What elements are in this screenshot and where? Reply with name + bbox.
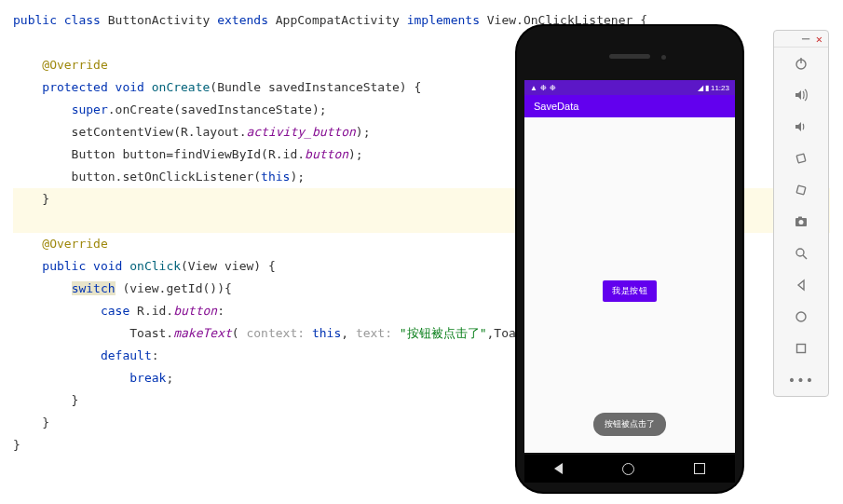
power-button[interactable] bbox=[774, 48, 828, 79]
camera-icon bbox=[794, 214, 809, 229]
square-icon bbox=[794, 341, 809, 356]
rotate-right-icon bbox=[794, 183, 809, 198]
phone-sensor-icon bbox=[661, 55, 666, 60]
svg-point-7 bbox=[796, 249, 804, 256]
app-body: 我是按钮 按钮被点击了 bbox=[524, 117, 735, 453]
back-triangle-icon bbox=[794, 278, 809, 293]
emulator-toolbar: − ✕ ••• bbox=[773, 30, 829, 397]
phone-earpiece bbox=[609, 54, 650, 59]
close-icon[interactable]: ✕ bbox=[816, 33, 823, 46]
back-icon[interactable] bbox=[554, 463, 563, 474]
svg-rect-10 bbox=[797, 345, 806, 353]
rotate-right-button[interactable] bbox=[774, 174, 828, 206]
nav-home-button[interactable] bbox=[774, 301, 828, 333]
volume-down-button[interactable] bbox=[774, 111, 828, 143]
rotate-left-icon bbox=[794, 151, 809, 166]
warning-icon: ▲ bbox=[530, 84, 537, 92]
rotate-left-button[interactable] bbox=[774, 143, 828, 174]
more-icon: ••• bbox=[794, 373, 809, 388]
nav-back-button[interactable] bbox=[774, 269, 828, 301]
screenshot-button[interactable] bbox=[774, 206, 828, 238]
recents-icon[interactable] bbox=[694, 463, 705, 474]
svg-line-8 bbox=[803, 255, 807, 259]
app-title: SaveData bbox=[534, 101, 578, 112]
bug-icon: ❉ bbox=[550, 84, 556, 92]
svg-rect-3 bbox=[796, 185, 806, 195]
volume-up-icon bbox=[794, 88, 809, 102]
volume-down-icon bbox=[794, 119, 809, 134]
search-icon bbox=[794, 246, 809, 261]
zoom-button[interactable] bbox=[774, 238, 828, 269]
clock-text: 11:23 bbox=[711, 84, 729, 92]
nav-overview-button[interactable] bbox=[774, 333, 828, 364]
more-button[interactable]: ••• bbox=[774, 364, 828, 396]
svg-point-5 bbox=[799, 220, 804, 225]
bug-icon: ❉ bbox=[540, 84, 547, 92]
battery-icon: ▮ bbox=[705, 84, 709, 92]
minimize-icon[interactable]: − bbox=[801, 35, 810, 43]
app-bar: SaveData bbox=[524, 95, 735, 117]
toast: 按钮被点击了 bbox=[593, 413, 666, 436]
volume-up-button[interactable] bbox=[774, 79, 828, 111]
android-navbar bbox=[524, 455, 735, 483]
app-button[interactable]: 我是按钮 bbox=[603, 280, 657, 302]
emulator-device: ▲ ❉ ❉ ◢ ▮ 11:23 SaveData 我是按钮 按钮被点击了 bbox=[517, 26, 742, 492]
signal-icon: ◢ bbox=[698, 84, 703, 92]
circle-icon bbox=[794, 309, 809, 324]
svg-point-9 bbox=[796, 312, 806, 321]
emulator-screen[interactable]: ▲ ❉ ❉ ◢ ▮ 11:23 SaveData 我是按钮 按钮被点击了 bbox=[524, 80, 735, 453]
android-statusbar: ▲ ❉ ❉ ◢ ▮ 11:23 bbox=[524, 80, 735, 95]
svg-rect-2 bbox=[796, 154, 806, 163]
power-icon bbox=[794, 56, 809, 71]
home-icon[interactable] bbox=[622, 463, 634, 475]
svg-rect-6 bbox=[798, 217, 802, 219]
